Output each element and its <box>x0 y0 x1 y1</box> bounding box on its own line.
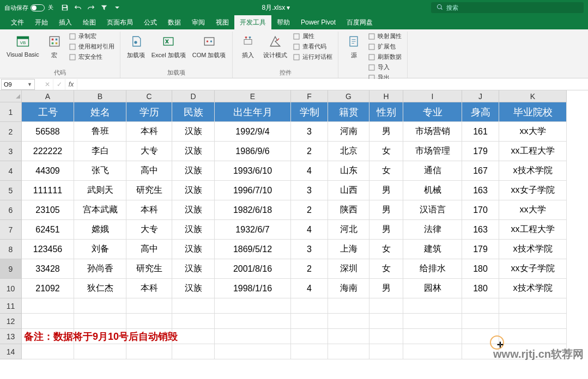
cell-G14[interactable] <box>328 344 369 359</box>
cell-G13[interactable] <box>328 329 369 344</box>
ribbon-small-2-2[interactable]: 运行对话框 <box>292 52 334 62</box>
cell-I9[interactable]: 给排水 <box>403 259 462 279</box>
cell-K14[interactable] <box>499 344 567 359</box>
name-box[interactable]: O9 ▼ <box>1 79 35 90</box>
menu-tab-3[interactable]: 绘图 <box>77 15 101 29</box>
cell-K5[interactable]: xx女子学院 <box>499 181 567 200</box>
ribbon-small-2-0[interactable]: 属性 <box>292 32 334 41</box>
menu-tab-12[interactable]: 百度网盘 <box>341 15 378 29</box>
cell-I7[interactable]: 法律 <box>403 220 462 240</box>
cell-J2[interactable]: 161 <box>462 122 499 142</box>
cell-H3[interactable]: 女 <box>369 142 403 161</box>
cell-I11[interactable] <box>403 298 462 314</box>
search-box[interactable] <box>431 2 584 13</box>
ribbon-small-3-2[interactable]: 刷新数据 <box>367 52 403 62</box>
col-header-D[interactable]: D <box>172 90 215 102</box>
cell-K13[interactable] <box>499 329 567 344</box>
cell-K8[interactable]: x技术学院 <box>499 240 567 259</box>
ribbon-big-2-0[interactable]: 插入 <box>237 32 259 60</box>
formula-input[interactable] <box>77 79 588 90</box>
cell-G10[interactable]: 海南 <box>328 279 369 298</box>
cell-G3[interactable]: 北京 <box>328 142 369 161</box>
cell-H4[interactable]: 女 <box>369 161 403 181</box>
cell-C7[interactable]: 大专 <box>126 220 172 240</box>
col-header-J[interactable]: J <box>462 90 499 102</box>
cell-G7[interactable]: 河北 <box>328 220 369 240</box>
cell-C6[interactable]: 本科 <box>126 200 172 220</box>
menu-tab-1[interactable]: 开始 <box>29 15 53 29</box>
row-header-7[interactable]: 7 <box>0 220 22 240</box>
cell-C12[interactable] <box>126 314 172 329</box>
cell-H1[interactable]: 性别 <box>369 102 403 122</box>
cell-D6[interactable]: 汉族 <box>172 200 215 220</box>
cell-G2[interactable]: 河南 <box>328 122 369 142</box>
cell-E2[interactable]: 1992/9/4 <box>215 122 291 142</box>
cell-K12[interactable] <box>499 314 567 329</box>
cell-E1[interactable]: 出生年月 <box>215 102 291 122</box>
cell-H12[interactable] <box>369 314 403 329</box>
cell-C8[interactable]: 高中 <box>126 240 172 259</box>
cell-D5[interactable]: 汉族 <box>172 181 215 200</box>
cell-E13[interactable] <box>215 329 291 344</box>
ribbon-big-2-1[interactable]: 设计模式 <box>261 32 289 60</box>
cell-J1[interactable]: 身高 <box>462 102 499 122</box>
cell-J14[interactable] <box>462 344 499 359</box>
cell-I4[interactable]: 通信 <box>403 161 462 181</box>
cell-H8[interactable]: 女 <box>369 240 403 259</box>
menu-tab-2[interactable]: 插入 <box>53 15 77 29</box>
ribbon-big-1-0[interactable]: 加载项 <box>125 32 147 60</box>
cell-H13[interactable] <box>369 329 403 344</box>
cell-C10[interactable]: 本科 <box>126 279 172 298</box>
cell-A5[interactable]: 111111 <box>22 181 74 200</box>
cell-F9[interactable]: 2 <box>291 259 328 279</box>
cell-D11[interactable] <box>172 298 215 314</box>
cell-D1[interactable]: 民族 <box>172 102 215 122</box>
ribbon-small-0-0[interactable]: 录制宏 <box>68 32 116 41</box>
cell-B4[interactable]: 张飞 <box>74 161 126 181</box>
cell-K4[interactable]: x技术学院 <box>499 161 567 181</box>
cell-B2[interactable]: 鲁班 <box>74 122 126 142</box>
col-header-I[interactable]: I <box>403 90 462 102</box>
cell-F3[interactable]: 2 <box>291 142 328 161</box>
cell-A4[interactable]: 44309 <box>22 161 74 181</box>
undo-icon[interactable] <box>74 4 82 11</box>
cell-B10[interactable]: 狄仁杰 <box>74 279 126 298</box>
cell-I13[interactable] <box>403 329 462 344</box>
row-header-9[interactable]: 9 <box>0 259 22 279</box>
row-header-4[interactable]: 4 <box>0 161 22 181</box>
spreadsheet-grid[interactable]: ABCDEFGHIJK 1234567891011121314 工号姓名学历民族… <box>0 90 588 379</box>
cell-C1[interactable]: 学历 <box>126 102 172 122</box>
cell-A13[interactable]: 备注：数据将于9月10号后自动销毁 <box>22 329 74 344</box>
row-header-6[interactable]: 6 <box>0 200 22 220</box>
cell-B5[interactable]: 武则天 <box>74 181 126 200</box>
ribbon-small-3-3[interactable]: 导入 <box>367 63 403 72</box>
cell-C14[interactable] <box>126 344 172 359</box>
redo-icon[interactable] <box>87 4 95 11</box>
row-header-5[interactable]: 5 <box>0 181 22 200</box>
cell-A3[interactable]: 222222 <box>22 142 74 161</box>
filter-icon[interactable] <box>100 4 108 11</box>
cell-D10[interactable]: 汉族 <box>172 279 215 298</box>
cell-K11[interactable] <box>499 298 567 314</box>
cell-C3[interactable]: 大专 <box>126 142 172 161</box>
cell-G6[interactable]: 陕西 <box>328 200 369 220</box>
menu-tab-8[interactable]: 视图 <box>210 15 234 29</box>
cell-D7[interactable]: 汉族 <box>172 220 215 240</box>
cell-E14[interactable] <box>215 344 291 359</box>
cell-B1[interactable]: 姓名 <box>74 102 126 122</box>
cell-K2[interactable]: xx大学 <box>499 122 567 142</box>
cell-E4[interactable]: 1993/6/10 <box>215 161 291 181</box>
row-header-10[interactable]: 10 <box>0 279 22 298</box>
row-header-11[interactable]: 11 <box>0 298 22 314</box>
cell-D4[interactable]: 汉族 <box>172 161 215 181</box>
cell-E7[interactable]: 1932/6/7 <box>215 220 291 240</box>
cell-A11[interactable] <box>22 298 74 314</box>
cell-F7[interactable]: 4 <box>291 220 328 240</box>
cell-J4[interactable]: 167 <box>462 161 499 181</box>
select-all-corner[interactable] <box>0 90 22 102</box>
cell-I8[interactable]: 建筑 <box>403 240 462 259</box>
cell-I1[interactable]: 专业 <box>403 102 462 122</box>
cell-A8[interactable]: 123456 <box>22 240 74 259</box>
cell-A9[interactable]: 33428 <box>22 259 74 279</box>
cell-J6[interactable]: 170 <box>462 200 499 220</box>
